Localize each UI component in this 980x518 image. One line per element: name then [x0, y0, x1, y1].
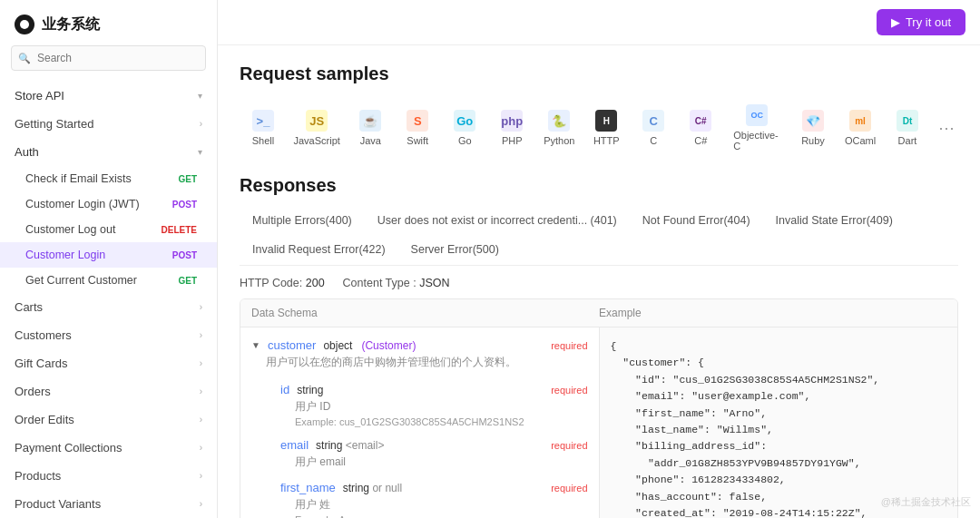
- lang-tab-csharp[interactable]: C# C#: [677, 104, 724, 151]
- orders-label: Orders: [15, 385, 51, 398]
- sidebar-item-customer-login[interactable]: Customer Login POST: [0, 242, 217, 268]
- lang-tab-ocaml[interactable]: ml OCaml: [837, 104, 884, 151]
- objc-icon: OC: [746, 104, 768, 126]
- response-tabs: Multiple Errors(400) User does not exist…: [240, 207, 958, 266]
- schema-row-header: ▼ customer object (Customer) required: [251, 338, 588, 352]
- sidebar-item-customers[interactable]: Customers ›: [0, 321, 217, 349]
- chevron-right-icon: ›: [200, 358, 202, 368]
- response-tab-400[interactable]: Multiple Errors(400): [240, 207, 365, 236]
- lang-label: C: [650, 135, 657, 146]
- sidebar-item-gift-cards[interactable]: Gift Cards ›: [0, 349, 217, 377]
- carts-label: Carts: [15, 300, 43, 314]
- sidebar-item-carts[interactable]: Carts ›: [0, 293, 217, 321]
- sidebar-item-products[interactable]: Products ›: [0, 462, 217, 490]
- sidebar-item-order-edits[interactable]: Order Edits ›: [0, 406, 217, 434]
- lang-tab-python[interactable]: 🐍 Python: [535, 104, 583, 151]
- search-box[interactable]: 🔍: [11, 45, 206, 71]
- nav-group-store-api[interactable]: Store API ▾: [0, 82, 217, 110]
- schema-row-customer: ▼ customer object (Customer) required 用户…: [251, 338, 588, 370]
- required-badge-email: required: [551, 440, 587, 451]
- lang-tab-ruby[interactable]: 💎 Ruby: [789, 104, 837, 151]
- nav-item-label: Customer Log out: [25, 223, 115, 236]
- lang-tab-swift[interactable]: S Swift: [394, 104, 441, 151]
- csharp-icon: C#: [690, 110, 711, 132]
- field-name-id: id: [280, 383, 289, 396]
- python-icon: 🐍: [548, 110, 570, 132]
- chevron-right-icon: ›: [200, 471, 202, 481]
- try-button-label: Try it out: [906, 15, 951, 29]
- php-icon: php: [501, 110, 523, 132]
- lang-tab-c[interactable]: C C: [630, 104, 677, 151]
- tab-label: Server Error(500): [411, 243, 499, 256]
- java-icon: ☕: [359, 110, 381, 132]
- chevron-right-icon: ›: [200, 386, 202, 396]
- http-code-label: HTTP Code: 200: [240, 277, 325, 289]
- delete-badge: DELETE: [156, 224, 202, 236]
- schema-row-header-first-name: first_name string or null required: [280, 481, 588, 494]
- sidebar: 业务系统 🔍 Store API ▾ Getting Started › Aut…: [0, 0, 218, 518]
- sidebar-item-get-current-customer[interactable]: Get Current Customer GET: [0, 268, 217, 293]
- schema-example: { "customer": { "id": "cus_01G2SG3038C85…: [600, 327, 958, 518]
- schema-row-header-id: id string required: [280, 383, 588, 396]
- request-samples-title: Request samples: [240, 64, 958, 84]
- chevron-down-icon: ▾: [198, 147, 202, 157]
- lang-tab-http[interactable]: H HTTP: [583, 104, 630, 151]
- response-tab-422[interactable]: Invalid Request Error(422): [240, 236, 398, 265]
- lang-tab-shell[interactable]: >_ Shell: [240, 104, 287, 151]
- collapse-button[interactable]: ▼: [251, 340, 260, 350]
- response-tab-500[interactable]: Server Error(500): [398, 236, 512, 265]
- tab-label: Invalid State Error(409): [776, 214, 893, 227]
- schema-body: ▼ customer object (Customer) required 用户…: [240, 327, 957, 518]
- swift-icon: S: [407, 110, 428, 132]
- sidebar-item-orders[interactable]: Orders ›: [0, 377, 217, 406]
- field-type-customer: object (Customer): [323, 339, 416, 352]
- store-api-label: Store API: [15, 89, 64, 103]
- field-desc-customer: 用户可以在您的商店中购物并管理他们的个人资料。: [251, 355, 588, 370]
- order-edits-label: Order Edits: [15, 413, 74, 426]
- response-meta: HTTP Code: 200 Content Type : JSON: [240, 277, 958, 289]
- chevron-down-icon: ▾: [198, 91, 202, 101]
- response-tab-404[interactable]: Not Found Error(404): [630, 207, 763, 236]
- main-content: ▶ Try it out Request samples >_ Shell JS…: [218, 0, 980, 518]
- lang-tab-objc[interactable]: OC Objective-C: [724, 99, 789, 157]
- more-languages-icon[interactable]: ⋯: [935, 118, 958, 138]
- sidebar-item-check-email[interactable]: Check if Email Exists GET: [0, 166, 217, 191]
- sub-field-id: id string required 用户 ID Example: cus_01…: [251, 383, 588, 518]
- http-code-value: 200: [306, 277, 325, 289]
- field-name-customer: customer: [268, 338, 316, 352]
- lang-label: Java: [360, 135, 381, 146]
- response-tab-409[interactable]: Invalid State Error(409): [763, 207, 906, 236]
- sidebar-item-getting-started[interactable]: Getting Started ›: [0, 110, 217, 138]
- get-badge: GET: [172, 173, 202, 185]
- lang-tab-java[interactable]: ☕ Java: [347, 104, 394, 151]
- gift-cards-label: Gift Cards: [15, 357, 68, 370]
- lang-tab-dart[interactable]: Dt Dart: [884, 104, 931, 151]
- sidebar-item-customer-logout[interactable]: Customer Log out DELETE: [0, 217, 217, 242]
- response-tab-401[interactable]: User does not exist or incorrect credent…: [365, 207, 630, 236]
- content-area: Request samples >_ Shell JS JavaScript ☕…: [218, 45, 980, 518]
- chevron-right-icon: ›: [200, 119, 202, 129]
- sidebar-item-product-variants[interactable]: Product Variants ›: [0, 490, 217, 518]
- field-name-first-name: first_name: [280, 481, 336, 494]
- nav-group-auth[interactable]: Auth ▾: [0, 138, 217, 166]
- search-input[interactable]: [11, 45, 206, 71]
- sidebar-item-payment-collections[interactable]: Payment Collections ›: [0, 434, 217, 462]
- get-badge: GET: [172, 275, 202, 287]
- lang-tab-javascript[interactable]: JS JavaScript: [287, 104, 347, 151]
- lang-tab-php[interactable]: php PHP: [488, 104, 535, 151]
- chevron-right-icon: ›: [200, 443, 202, 453]
- data-schema-header: Data Schema: [251, 307, 599, 319]
- field-type-id: string: [297, 384, 323, 396]
- product-variants-label: Product Variants: [15, 497, 101, 511]
- lang-tab-go[interactable]: Go Go: [441, 104, 488, 151]
- nav-item-label: Customer Login: [25, 249, 105, 261]
- products-label: Products: [15, 469, 61, 483]
- nav-section-store-api: Store API ▾ Getting Started › Auth ▾ Che…: [0, 82, 217, 518]
- sidebar-item-customer-login-jwt[interactable]: Customer Login (JWT) POST: [0, 191, 217, 217]
- try-it-out-button[interactable]: ▶ Try it out: [877, 9, 965, 35]
- play-icon: ▶: [891, 15, 900, 29]
- post-badge: POST: [167, 199, 202, 210]
- lang-label: C#: [694, 135, 707, 146]
- field-example-first-name: Example Arno: [280, 514, 588, 518]
- chevron-right-icon: ›: [200, 499, 202, 509]
